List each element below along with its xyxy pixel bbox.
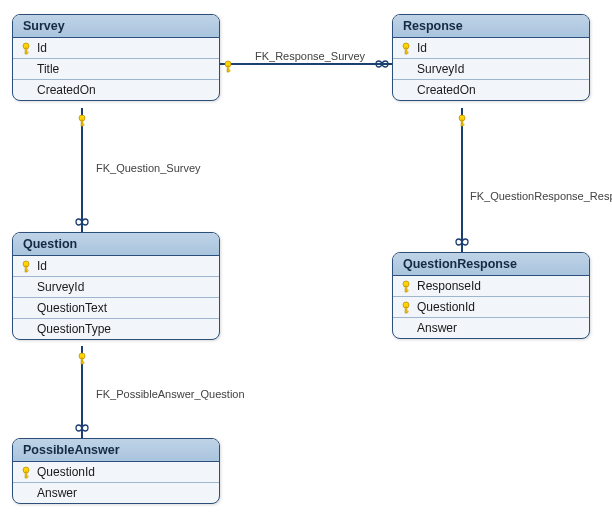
column-row: CreatedOn [13,80,219,100]
entity-response[interactable]: Response Id SurveyId CreatedOn [392,14,590,101]
column-row: Answer [393,318,589,338]
column-row: ResponseId [393,276,589,297]
entity-question[interactable]: Question Id SurveyId QuestionText Questi… [12,232,220,340]
column-row: Answer [13,483,219,503]
column-name: QuestionType [35,322,111,336]
entity-columns: Id Title CreatedOn [13,38,219,100]
column-row: QuestionType [13,319,219,339]
column-name: SurveyId [415,62,464,76]
column-name: Id [35,41,47,55]
column-name: Title [35,62,59,76]
column-name: Id [415,41,427,55]
column-row: Id [13,256,219,277]
key-icon [397,279,415,293]
key-icon [17,465,35,479]
column-row: Id [393,38,589,59]
column-name: Answer [35,486,77,500]
column-name: ResponseId [415,279,481,293]
column-name: CreatedOn [35,83,96,97]
fk-label-possibleanswer-question: FK_PossibleAnswer_Question [96,388,245,400]
entity-title: Survey [13,15,219,38]
fk-label-question-survey: FK_Question_Survey [96,162,201,174]
entity-title: Question [13,233,219,256]
fk-label-response-survey: FK_Response_Survey [255,50,365,62]
key-icon [17,41,35,55]
column-row: Id [13,38,219,59]
column-row: CreatedOn [393,80,589,100]
entity-possibleanswer[interactable]: PossibleAnswer QuestionId Answer [12,438,220,504]
entity-title: QuestionResponse [393,253,589,276]
column-row: QuestionId [393,297,589,318]
key-icon [397,41,415,55]
column-name: QuestionId [35,465,95,479]
key-icon [397,300,415,314]
fk-label-questionresponse-response: FK_QuestionResponse_Response [470,190,612,202]
er-diagram: FK_Response_Survey FK_Question_Survey FK… [0,0,612,528]
key-icon [17,259,35,273]
column-row: SurveyId [13,277,219,298]
entity-title: PossibleAnswer [13,439,219,462]
entity-columns: QuestionId Answer [13,462,219,503]
entity-survey[interactable]: Survey Id Title CreatedOn [12,14,220,101]
column-row: QuestionId [13,462,219,483]
column-name: QuestionText [35,301,107,315]
entity-columns: ResponseId QuestionId Answer [393,276,589,338]
column-name: QuestionId [415,300,475,314]
entity-questionresponse[interactable]: QuestionResponse ResponseId QuestionId A… [392,252,590,339]
column-name: SurveyId [35,280,84,294]
column-name: Answer [415,321,457,335]
column-name: CreatedOn [415,83,476,97]
column-row: SurveyId [393,59,589,80]
column-name: Id [35,259,47,273]
entity-columns: Id SurveyId CreatedOn [393,38,589,100]
entity-columns: Id SurveyId QuestionText QuestionType [13,256,219,339]
column-row: QuestionText [13,298,219,319]
column-row: Title [13,59,219,80]
entity-title: Response [393,15,589,38]
